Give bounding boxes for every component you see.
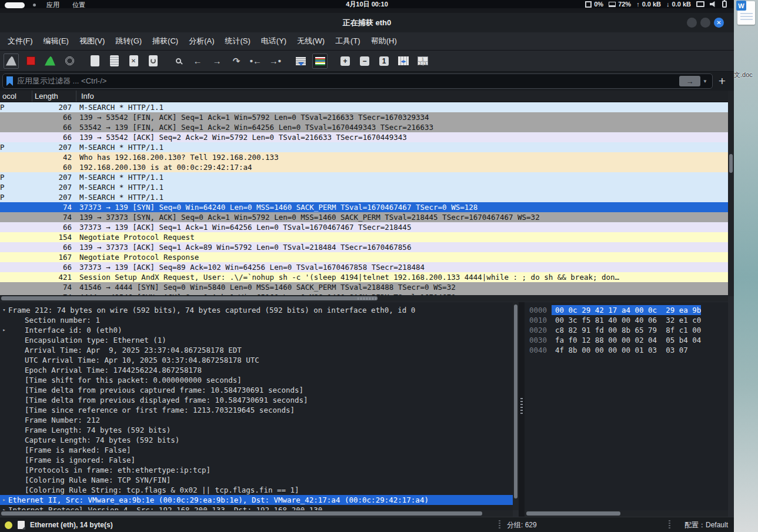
packet-row[interactable]: 421Session Setup AndX Request, User: .\/…: [0, 272, 728, 282]
expander-spacer[interactable]: [0, 335, 8, 345]
capture-comment-icon[interactable]: [18, 521, 25, 529]
restart-capture-button[interactable]: [42, 53, 58, 69]
vscroll-thumb[interactable]: [729, 154, 733, 173]
expander-spacer[interactable]: [0, 315, 8, 325]
detail-line[interactable]: [Protocols in frame: eth:ethertype:ip:tc…: [0, 465, 513, 475]
expander-spacer[interactable]: [0, 455, 8, 465]
save-file-button[interactable]: [106, 53, 122, 69]
zoom-out-button[interactable]: −: [357, 53, 372, 69]
detail-line[interactable]: Arrival Time: Apr 9, 2025 23:37:04.86725…: [0, 345, 513, 355]
host-word-doc-icon[interactable]: W: [737, 1, 755, 25]
detail-line[interactable]: [Coloring Rule Name: TCP SYN/FIN]: [0, 475, 513, 485]
expander-spacer[interactable]: [0, 385, 8, 395]
status-profile[interactable]: 配置：Default: [684, 517, 728, 532]
display-icon[interactable]: [696, 1, 704, 7]
panel-clock[interactable]: 4月10日 00:10: [346, 0, 388, 9]
menu-item-3[interactable]: 跳转(G): [110, 34, 147, 49]
expander-spacer[interactable]: [0, 435, 8, 445]
detail-line[interactable]: Capture Length: 74 bytes (592 bits): [0, 435, 513, 445]
expander-spacer[interactable]: [0, 405, 8, 415]
expert-info-icon[interactable]: [5, 521, 12, 529]
zoom-100-button[interactable]: 1: [376, 53, 392, 69]
expander-spacer[interactable]: [0, 395, 8, 405]
hex-row[interactable]: 0020c8 82 91 fd 00 8b 65 79 8f c1 00: [525, 325, 728, 335]
detail-line[interactable]: ▸Internet Protocol Version 4, Src: 192.1…: [0, 505, 513, 510]
minimize-button[interactable]: [687, 18, 697, 28]
open-file-button[interactable]: [87, 53, 102, 69]
detail-line[interactable]: [Frame is ignored: False]: [0, 455, 513, 465]
detail-line[interactable]: [Frame is marked: False]: [0, 445, 513, 455]
detail-line[interactable]: [Time delta from previous captured frame…: [0, 385, 513, 395]
stop-capture-button[interactable]: [23, 53, 38, 69]
menu-item-9[interactable]: 工具(T): [330, 34, 366, 49]
packet-row[interactable]: 66139 → 53542 [FIN, ACK] Seq=1 Ack=1 Win…: [0, 112, 728, 122]
packet-row[interactable]: P207M-SEARCH * HTTP/1.1: [0, 142, 728, 152]
packet-row[interactable]: 60192.168.200.130 is at 00:0c:29:42:17:a…: [0, 162, 728, 172]
packet-list-vscrollbar[interactable]: [728, 91, 734, 296]
menu-item-1[interactable]: 编辑(E): [38, 34, 74, 49]
expander-spacer[interactable]: [0, 365, 8, 375]
hex-row[interactable]: 0030fa f0 12 88 00 00 02 04 05 b4 04: [525, 335, 728, 345]
hscroll-thumb[interactable]: [1, 296, 378, 300]
expander-spacer[interactable]: [0, 465, 8, 475]
expander-icon[interactable]: ▸: [0, 505, 8, 510]
detail-line[interactable]: ▾Frame 212: 74 bytes on wire (592 bits),…: [0, 305, 513, 315]
menu-item-7[interactable]: 电话(Y): [256, 34, 292, 49]
packet-row[interactable]: P207M-SEARCH * HTTP/1.1: [0, 192, 728, 202]
details-vscrollbar[interactable]: [513, 302, 519, 510]
expander-spacer[interactable]: [0, 355, 8, 365]
start-capture-button[interactable]: [4, 53, 19, 69]
menu-item-6[interactable]: 统计(S): [219, 34, 255, 49]
hex-hscrollbar[interactable]: [525, 510, 728, 517]
detail-line[interactable]: [Time delta from previous displayed fram…: [0, 395, 513, 405]
add-filter-button[interactable]: +: [719, 74, 726, 88]
expander-spacer[interactable]: [0, 375, 8, 385]
expander-spacer[interactable]: [0, 415, 8, 425]
window-titlebar[interactable]: 正在捕获 eth0 ✕: [0, 13, 734, 32]
detail-line[interactable]: Section number: 1: [0, 315, 513, 325]
packet-row[interactable]: P207M-SEARCH * HTTP/1.1: [0, 102, 728, 112]
hex-row[interactable]: 000000 0c 29 42 17 a4 00 0c 29 ea 9b: [525, 305, 728, 315]
menu-item-4[interactable]: 捕获(C): [147, 34, 183, 49]
hscroll-thumb[interactable]: [526, 511, 620, 516]
reload-file-button[interactable]: [145, 53, 161, 69]
panel-menu-places[interactable]: 位置: [70, 1, 88, 9]
expander-spacer[interactable]: [0, 425, 8, 435]
packet-row[interactable]: 74139 → 37373 [SYN, ACK] Seq=0 Ack=1 Win…: [0, 212, 728, 222]
packet-row[interactable]: 6637373 → 139 [ACK] Seq=1 Ack=1 Win=6425…: [0, 222, 728, 232]
close-file-button[interactable]: ✕: [126, 53, 141, 69]
column-info[interactable]: Info: [76, 91, 728, 102]
panel-menu-applications[interactable]: 应用: [44, 1, 62, 9]
expander-spacer[interactable]: [0, 345, 8, 355]
go-to-packet-button[interactable]: ↷: [229, 53, 244, 69]
detail-line[interactable]: Encapsulation type: Ethernet (1): [0, 335, 513, 345]
hex-row[interactable]: 00404f 8b 00 00 00 00 01 03 03 07: [525, 345, 728, 355]
find-packet-button[interactable]: [171, 53, 186, 69]
menu-item-8[interactable]: 无线(W): [292, 34, 330, 49]
packet-row[interactable]: P207M-SEARCH * HTTP/1.1: [0, 172, 728, 182]
detail-line[interactable]: ▸Ethernet II, Src: VMware_ea:9b:1e (00:0…: [0, 495, 513, 505]
hex-bytes[interactable]: fa f0 12 88 00 00 02 04 05 b4 04: [552, 335, 701, 345]
detail-line[interactable]: Frame Number: 212: [0, 415, 513, 425]
packet-row[interactable]: 42Who has 192.168.200.130? Tell 192.168.…: [0, 152, 728, 162]
filter-bookmark-icon[interactable]: [6, 76, 13, 86]
menu-item-10[interactable]: 帮助(H): [366, 34, 402, 49]
display-filter-input[interactable]: 应用显示过滤器 ... <Ctrl-/> → ▼: [2, 73, 713, 89]
menu-item-2[interactable]: 视图(V): [74, 34, 110, 49]
packet-row[interactable]: 167Negotiate Protocol Response: [0, 252, 728, 262]
hex-row[interactable]: 001000 3c f5 81 40 00 40 06 32 e1 c0: [525, 315, 728, 325]
vscroll-thumb[interactable]: [514, 305, 517, 498]
auto-scroll-button[interactable]: [293, 53, 308, 69]
go-first-button[interactable]: •←: [248, 53, 263, 69]
packet-row[interactable]: 66139 → 37373 [ACK] Seq=1 Ack=89 Win=579…: [0, 242, 728, 252]
apply-filter-button[interactable]: → ▼: [679, 76, 707, 86]
detail-line[interactable]: ▸Interface id: 0 (eth0): [0, 325, 513, 335]
hex-bytes[interactable]: 4f 8b 00 00 00 00 01 03 03 07: [552, 345, 688, 355]
menu-item-0[interactable]: 文件(F): [2, 34, 38, 49]
packet-row[interactable]: 7441546 → 4444 [SYN] Seq=0 Win=5840 Len=…: [0, 282, 728, 292]
go-back-button[interactable]: ←: [190, 53, 205, 69]
hscroll-thumb[interactable]: [1, 511, 482, 516]
power-icon[interactable]: [722, 1, 727, 8]
resize-columns-button[interactable]: ◂▸: [396, 53, 411, 69]
detail-line[interactable]: [Time shift for this packet: 0.000000000…: [0, 375, 513, 385]
